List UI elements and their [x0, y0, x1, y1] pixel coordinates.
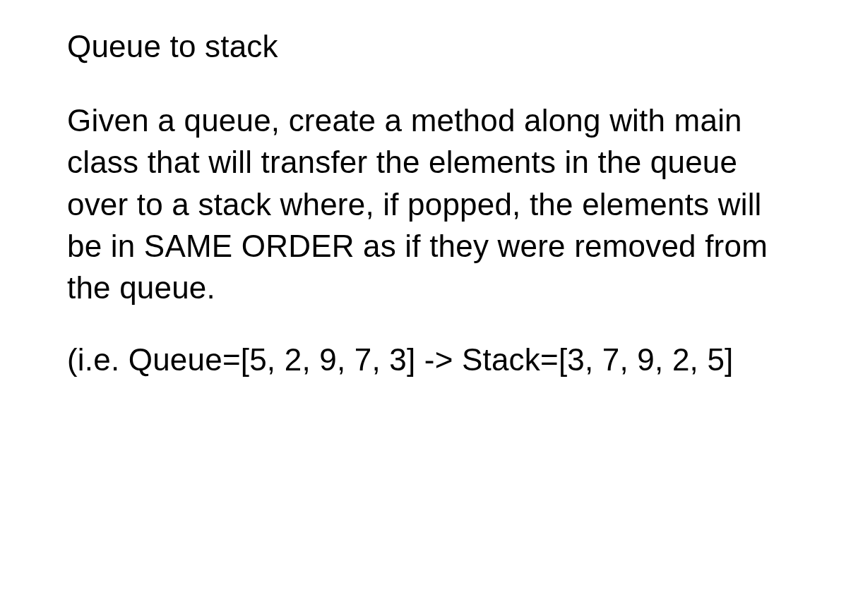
example-text: (i.e. Queue=[5, 2, 9, 7, 3] -> Stack=[3,…: [67, 339, 779, 380]
document-page: Queue to stack Given a queue, create a m…: [0, 0, 846, 409]
document-title: Queue to stack: [67, 28, 779, 66]
problem-description: Given a queue, create a method along wit…: [67, 99, 779, 309]
